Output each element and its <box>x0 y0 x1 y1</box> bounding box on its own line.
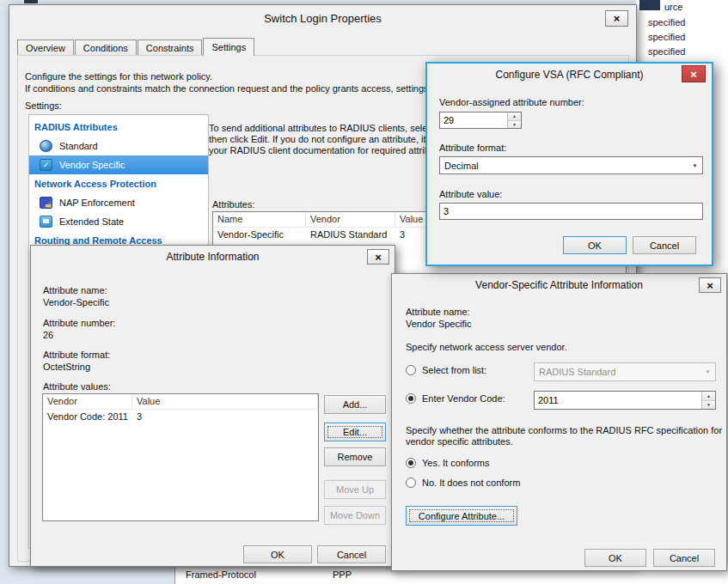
table-header-row: Vendor Value <box>43 394 318 410</box>
list-item: specified <box>648 32 685 42</box>
dialog-configure-vsa: Configure VSA (RFC Compliant) × Vendor-a… <box>425 62 713 266</box>
attribute-format-value: OctetString <box>43 362 90 372</box>
attribute-value-input[interactable] <box>440 206 702 216</box>
radio-select-from-list[interactable]: Select from list: <box>406 365 486 375</box>
close-icon[interactable]: × <box>367 249 389 265</box>
cancel-button[interactable]: Cancel <box>653 549 715 567</box>
dialog-title: Configure VSA (RFC Compliant) <box>495 69 643 81</box>
dropdown-value: RADIUS Standard <box>535 367 700 377</box>
attribute-number-spinner[interactable]: ▲ ▼ <box>439 112 522 129</box>
vendor-specific-icon <box>40 159 52 171</box>
move-down-button: Move Down <box>324 506 386 525</box>
add-button[interactable]: Add... <box>324 395 386 414</box>
attribute-name-label: Attribute name: <box>43 285 107 295</box>
tree-item-extended-state[interactable]: Extended State <box>29 212 208 231</box>
tree-item-nap-enforcement[interactable]: NAP Enforcement <box>29 193 208 212</box>
radio-icon[interactable] <box>406 478 416 488</box>
vendor-assigned-number-label: Vendor-assigned attribute number: <box>439 97 584 107</box>
edit-button[interactable]: Edit... <box>324 423 386 441</box>
cell-value: 3 <box>132 410 318 425</box>
column-header-vendor[interactable]: Vendor <box>43 394 132 409</box>
settings-label: Settings: <box>25 100 62 111</box>
spin-up-icon[interactable]: ▲ <box>508 113 521 121</box>
radio-label: No. It does not conform <box>422 478 520 488</box>
attribute-number-label: Attribute number: <box>43 318 115 328</box>
vendor-code-input[interactable] <box>535 395 701 405</box>
tree-item-vendor-specific[interactable]: Vendor Specific <box>29 155 208 174</box>
spin-down-icon[interactable]: ▼ <box>508 121 521 129</box>
conform-text-line-1: Specify whether the attribute conforms t… <box>406 425 722 435</box>
tab-overview[interactable]: Overview <box>17 40 74 56</box>
titlebar[interactable]: Vendor-Specific Attribute Information × <box>392 274 726 296</box>
cancel-button[interactable]: Cancel <box>317 545 386 563</box>
vendor-list-dropdown: RADIUS Standard ▼ <box>534 362 716 381</box>
radio-label: Select from list: <box>422 365 486 375</box>
close-icon[interactable]: × <box>682 65 706 82</box>
radio-enter-vendor-code[interactable]: Enter Vendor Code: <box>406 393 505 404</box>
titlebar[interactable]: Switch Login Properties × <box>9 5 636 31</box>
attribute-format-dropdown[interactable]: Decimal ▼ <box>439 156 703 174</box>
column-header-value[interactable]: Value <box>132 394 318 409</box>
cell-vendor: RADIUS Standard <box>306 228 395 243</box>
cancel-button[interactable]: Cancel <box>633 236 696 254</box>
attribute-format-label: Attribute format: <box>439 143 506 153</box>
tab-constraints[interactable]: Constraints <box>138 40 203 56</box>
description-line-2: If conditions and constraints match the … <box>25 83 480 94</box>
remove-button[interactable]: Remove <box>324 447 386 466</box>
column-header-vendor[interactable]: Vendor <box>306 212 395 227</box>
window-fragment <box>639 0 660 10</box>
attribute-value-field[interactable] <box>439 203 703 220</box>
tab-settings[interactable]: Settings <box>203 38 254 56</box>
attribute-values-label: Attribute values: <box>43 381 111 392</box>
chevron-down-icon: ▼ <box>688 157 702 173</box>
configure-attribute-button[interactable]: Configure Attribute... <box>406 506 517 526</box>
globe-icon <box>40 140 52 152</box>
attribute-number-input[interactable] <box>440 115 507 125</box>
titlebar[interactable]: Configure VSA (RFC Compliant) × <box>427 64 712 85</box>
description-line-1: Configure the settings for this network … <box>25 71 212 82</box>
conform-text-line-2: vendor specific attributes. <box>406 436 513 447</box>
tree-header-radius-attributes: RADIUS Attributes <box>29 118 208 137</box>
ok-button[interactable]: OK <box>584 549 646 567</box>
spin-up-icon[interactable]: ▲ <box>702 392 715 401</box>
cell-name: Vendor-Specific <box>213 228 306 243</box>
attribute-number-value: 26 <box>43 330 53 340</box>
radio-icon[interactable] <box>406 365 416 375</box>
attribute-name-value: Vendor-Specific <box>43 297 109 307</box>
ok-button[interactable]: OK <box>243 545 312 563</box>
tree-header-network-access-protection: Network Access Protection <box>29 174 208 193</box>
radio-icon[interactable] <box>406 393 416 404</box>
cell-vendor: Vendor Code: 2011 <box>43 410 132 425</box>
chevron-down-icon: ▼ <box>700 363 715 380</box>
window-fragment <box>24 0 38 3</box>
radio-icon[interactable] <box>406 458 416 468</box>
close-icon[interactable]: × <box>605 10 628 27</box>
attribute-values-table: Vendor Value Vendor Code: 2011 3 <box>42 393 319 521</box>
attribute-format-label: Attribute format: <box>43 350 110 360</box>
ok-button[interactable]: OK <box>563 236 627 254</box>
radio-yes-conforms[interactable]: Yes. It conforms <box>406 458 489 468</box>
move-up-button: Move Up <box>324 480 386 499</box>
attributes-label: Attributes: <box>212 199 255 210</box>
tree-item-label: NAP Enforcement <box>59 198 135 208</box>
table-row[interactable]: Vendor Code: 2011 3 <box>43 410 318 425</box>
list-item: specified <box>648 46 685 57</box>
vendor-code-spinner[interactable]: ▲ ▼ <box>534 391 716 410</box>
nap-enforcement-icon <box>40 197 52 209</box>
tree-item-standard[interactable]: Standard <box>29 137 208 155</box>
specify-vendor-text: Specify network access server vendor. <box>406 342 567 352</box>
tab-conditions[interactable]: Conditions <box>75 40 137 56</box>
spin-down-icon[interactable]: ▼ <box>702 401 715 410</box>
radio-no-conform[interactable]: No. It does not conform <box>406 478 520 488</box>
dialog-title: Vendor-Specific Attribute Information <box>475 279 643 291</box>
setting-name: Framed-Protocol <box>186 569 256 580</box>
radio-label: Enter Vendor Code: <box>422 393 505 404</box>
titlebar[interactable]: Attribute Information × <box>31 246 395 268</box>
tab-strip: Overview Conditions Constraints Settings <box>17 38 255 56</box>
close-icon[interactable]: × <box>699 277 721 293</box>
dialog-title: Attribute Information <box>166 251 259 263</box>
extended-state-icon <box>40 216 52 228</box>
background-column-header: urce <box>664 2 682 12</box>
spinner-buttons: ▲ ▼ <box>507 113 521 128</box>
column-header-name[interactable]: Name <box>213 212 306 227</box>
